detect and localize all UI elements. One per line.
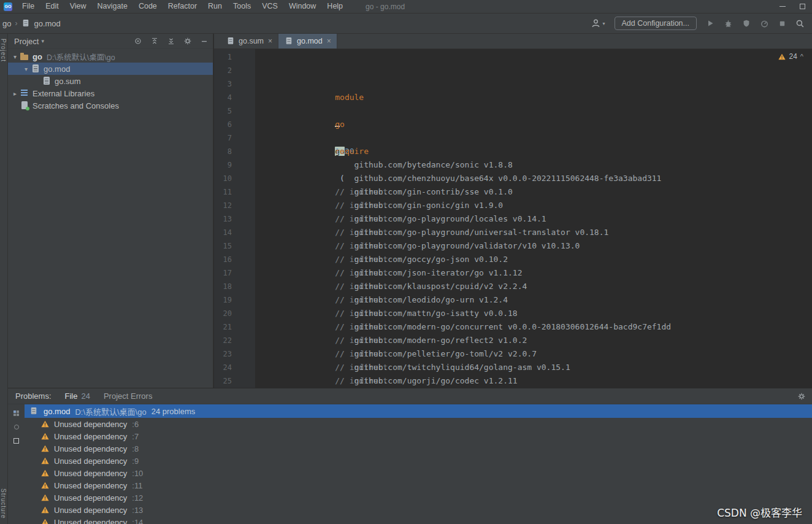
line-number: 1 xyxy=(214,50,232,64)
menu-item[interactable]: Refactor xyxy=(163,0,202,13)
warning-icon xyxy=(778,53,786,60)
code-segment: github.com/chenzhuoyu/base64x v0.0.0-202… xyxy=(335,174,666,183)
tree-item[interactable]: Scratches and Consoles xyxy=(8,99,213,112)
problems-count: 24 problems xyxy=(151,407,196,416)
problem-location: :10 xyxy=(132,469,143,478)
group-by-icon[interactable] xyxy=(13,410,16,413)
warning-icon xyxy=(41,494,49,501)
code-area[interactable]: module go xyxy=(255,49,812,388)
line-number: 2 xyxy=(214,64,232,77)
problem-row[interactable]: Unused dependency :9 xyxy=(25,455,812,467)
editor-tab[interactable]: go.sum × xyxy=(220,34,278,48)
menu-item[interactable]: VCS xyxy=(256,0,283,13)
warning-icon xyxy=(41,433,49,440)
tab-project-errors[interactable]: Project Errors xyxy=(104,391,152,401)
user-account-button[interactable]: ▾ xyxy=(591,18,605,28)
run-with-coverage-button[interactable] xyxy=(742,19,751,28)
problem-row[interactable]: Unused dependency :12 xyxy=(25,491,812,504)
line-number: 18 xyxy=(214,280,232,293)
tree-chevron-icon[interactable]: ▾ xyxy=(10,53,20,60)
expand-all-button[interactable] xyxy=(150,37,159,45)
hide-panel-button[interactable] xyxy=(200,37,209,45)
menu-item[interactable]: Help xyxy=(321,0,348,13)
problem-items: Unused dependency :6 Unused dependency : xyxy=(25,418,812,524)
collapse-all-button[interactable] xyxy=(167,37,175,45)
tree-item-icon xyxy=(20,88,29,98)
debug-button[interactable] xyxy=(724,19,733,28)
menu-bar: File Edit View Navigate Code Refactor Ru… xyxy=(17,0,348,13)
inspections-widget[interactable]: 24 ^ xyxy=(778,52,803,61)
run-button[interactable] xyxy=(706,19,714,28)
tree-item-label: go.mod xyxy=(44,64,70,74)
panel-settings-button[interactable] xyxy=(183,37,192,45)
project-tree: ▾ go D:\系统默认\桌面\go ▾ go.mod go.sum xyxy=(8,50,213,388)
problem-label: Unused dependency xyxy=(54,518,127,524)
locate-file-button[interactable] xyxy=(134,37,142,45)
line-number: 12 xyxy=(214,199,232,212)
navigation-bar: go › go.mod ▾ Add Configuration... xyxy=(0,13,812,34)
problem-label: Unused dependency xyxy=(54,444,127,453)
project-panel-toolbar xyxy=(134,37,209,45)
line-number: 17 xyxy=(214,266,232,280)
problems-file-path: D:\系统默认\桌面\go xyxy=(75,406,146,417)
code-segment: github.com/modern-go/concurrent v0.0.0-2… xyxy=(335,322,676,331)
tree-item[interactable]: ▾ go.mod xyxy=(8,63,213,75)
problem-row[interactable]: Unused dependency :13 xyxy=(25,504,812,516)
menu-item[interactable]: Code xyxy=(133,0,163,13)
search-everywhere-button[interactable] xyxy=(795,19,805,28)
tree-chevron-icon[interactable]: ▸ xyxy=(10,90,20,97)
menu-item[interactable]: Tools xyxy=(228,0,256,13)
warning-icon xyxy=(41,506,49,514)
problem-row[interactable]: Unused dependency :7 xyxy=(25,430,812,442)
gear-icon xyxy=(797,392,806,401)
project-stripe-button[interactable]: Project xyxy=(0,39,7,62)
menu-item[interactable]: Window xyxy=(283,0,321,13)
problem-label: Unused dependency xyxy=(54,432,127,441)
maximize-button[interactable] xyxy=(792,0,812,13)
filter-icon[interactable] xyxy=(14,425,19,430)
problem-row[interactable]: Unused dependency :11 xyxy=(25,479,812,491)
problems-file-row[interactable]: go.mod D:\系统默认\桌面\go 24 problems xyxy=(25,404,812,418)
problems-settings-button[interactable] xyxy=(797,392,806,401)
target-icon xyxy=(134,37,142,45)
close-tab-icon[interactable]: × xyxy=(268,37,272,45)
tree-item[interactable]: go.sum xyxy=(8,75,213,87)
tab-file-problems[interactable]: File 24 xyxy=(65,391,90,401)
preview-icon[interactable] xyxy=(13,438,19,444)
line-number: 13 xyxy=(214,212,232,226)
problem-location: :14 xyxy=(132,518,143,524)
menu-item[interactable]: Run xyxy=(202,0,228,13)
problem-row[interactable]: Unused dependency :6 xyxy=(25,418,812,430)
tree-item-icon xyxy=(20,52,29,61)
minimize-button[interactable] xyxy=(773,0,792,13)
profiler-button[interactable] xyxy=(760,19,769,28)
problem-row[interactable]: Unused dependency :10 xyxy=(25,467,812,479)
warning-count: 24 xyxy=(789,52,797,61)
code-segment: github.com/pelletier/go-toml/v2 v2.0.7 xyxy=(335,349,542,358)
structure-stripe-button[interactable]: Structure xyxy=(0,488,7,519)
problem-row[interactable]: Unused dependency :14 xyxy=(25,516,812,524)
breadcrumb-file[interactable]: go.mod xyxy=(34,19,60,28)
add-configuration-button[interactable]: Add Configuration... xyxy=(615,17,697,30)
close-tab-icon[interactable]: × xyxy=(327,37,331,45)
problem-location: :7 xyxy=(132,432,139,441)
menu-item[interactable]: File xyxy=(17,0,40,13)
problem-row[interactable]: Unused dependency :8 xyxy=(25,442,812,455)
stop-button[interactable] xyxy=(778,20,786,28)
editor[interactable]: 1 2 3 4 5 6 7 8 9 10 xyxy=(214,49,812,388)
menu-item[interactable]: Navigate xyxy=(92,0,133,13)
tree-item[interactable]: ▸ External Libraries xyxy=(8,87,213,99)
line-number: 23 xyxy=(214,347,232,361)
warning-icon xyxy=(41,457,49,464)
tree-item-label: go xyxy=(33,52,42,61)
tree-item[interactable]: ▾ go D:\系统默认\桌面\go xyxy=(8,50,213,63)
collapse-widget-icon[interactable]: ^ xyxy=(800,53,803,60)
menu-item[interactable]: Edit xyxy=(40,0,64,13)
tree-chevron-icon[interactable]: ▾ xyxy=(21,66,31,72)
breadcrumb-project[interactable]: go xyxy=(2,19,11,28)
menu-item[interactable]: View xyxy=(64,0,92,13)
editor-tab[interactable]: go.mod × xyxy=(278,34,337,48)
problems-title: Problems: xyxy=(15,391,52,401)
project-view-selector[interactable]: Project xyxy=(14,37,39,46)
line-number: 3 xyxy=(214,77,232,91)
